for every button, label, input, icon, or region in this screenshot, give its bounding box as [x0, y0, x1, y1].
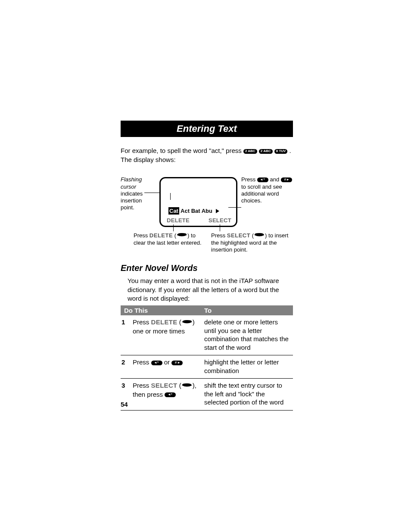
svg-marker-0: [216, 209, 219, 213]
scroll-right-key-icon: # ▸: [281, 177, 292, 182]
table-row: 2 Press ◂ * or # ▸ highlight the letter …: [121, 355, 293, 379]
step-result: delete one or more letters until you see…: [201, 315, 293, 355]
novel-paragraph: You may enter a word that is not in the …: [128, 277, 293, 303]
callout-line: [220, 224, 220, 231]
scroll-left-key-icon: ◂ *: [165, 392, 176, 397]
phone-screen: Cat Act Bat Abu DELETE SELECT: [159, 177, 237, 227]
section-header: Entering Text: [121, 121, 293, 137]
step-number: 1: [121, 315, 129, 355]
table-row: 1 Press DELETE () one or more times dele…: [121, 315, 293, 355]
steps-table: Do This To 1 Press DELETE () one or more…: [121, 305, 293, 411]
scroll-left-key-icon: ◂ *: [151, 361, 162, 365]
right-softkey-icon: [254, 233, 265, 240]
left-softkey-icon: [176, 233, 187, 240]
callout-select: Press SELECT () to insert the highlighte…: [211, 232, 293, 253]
word-others: Act Bat Abu: [179, 208, 212, 214]
callout-line: [228, 207, 241, 208]
step-result: shift the text entry cursor to the left …: [201, 379, 293, 411]
page-number: 54: [121, 401, 128, 408]
intro-prefix: For example, to spell the word "act," pr…: [121, 147, 243, 154]
callout-cursor-rest: indicates insertion point.: [121, 190, 143, 211]
col-dothis: Do This: [121, 305, 201, 315]
softkey-right-label: SELECT: [209, 217, 231, 224]
subsection-heading: Enter Novel Words: [121, 263, 293, 273]
callout-delete: Press DELETE () to clear the last letter…: [134, 232, 202, 246]
key-8tuv-icon: 8 TUV: [274, 147, 288, 156]
intro-paragraph: For example, to spell the word "act," pr…: [121, 146, 293, 164]
callout-cursor: Flashing cursor indicates insertion poin…: [121, 176, 151, 211]
scroll-right-icon: [216, 208, 219, 215]
step-result: highlight the letter or letter combinati…: [201, 355, 293, 379]
callout-scroll: Press ◂ * and # ▸ to scroll and see addi…: [241, 176, 293, 204]
step-action: Press ◂ * or # ▸: [129, 355, 201, 379]
word-highlighted: Cat: [168, 207, 179, 215]
key-2abc-icon: 2 ABC: [259, 147, 273, 156]
callout-scroll-prefix: Press: [241, 176, 257, 183]
scroll-right-key-icon: # ▸: [171, 361, 183, 365]
scroll-left-key-icon: ◂ *: [257, 177, 268, 182]
callout-line: [173, 224, 174, 231]
callout-cursor-lead: Flashing cursor: [121, 176, 142, 190]
word-suggestions: Cat Act Bat Abu: [168, 208, 219, 215]
table-row: 3 Press SELECT (), then press ◂ * shift …: [121, 379, 293, 411]
step-action: Press SELECT (), then press ◂ *: [129, 379, 201, 411]
section-header-title: Entering Text: [177, 123, 237, 134]
col-to: To: [201, 305, 293, 315]
phone-diagram: Flashing cursor indicates insertion poin…: [121, 173, 293, 255]
cursor-icon: [170, 193, 171, 200]
softkey-left-label: DELETE: [167, 217, 190, 224]
right-softkey-icon: [181, 382, 193, 390]
step-action: Press DELETE () one or more times: [129, 315, 201, 355]
key-2abc-icon: 2 ABC: [243, 147, 257, 156]
left-softkey-icon: [181, 318, 193, 327]
callout-scroll-and: and: [270, 176, 280, 183]
callout-scroll-rest: to scroll and see additional word choice…: [241, 184, 282, 204]
step-number: 2: [121, 355, 129, 379]
